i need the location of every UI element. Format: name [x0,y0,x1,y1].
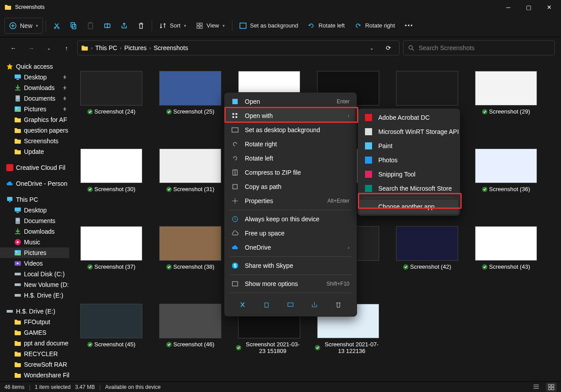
file-item[interactable]: Screenshot (24) [72,67,151,144]
view-button[interactable]: View▾ [192,18,229,34]
ctx-copy-button[interactable] [259,298,274,312]
copy-button[interactable] [66,18,82,34]
sidebar-item-this-pc[interactable]: This PC [0,194,69,205]
more-button[interactable]: ••• [400,18,418,34]
openwith-choose-another[interactable]: Choose another app [360,200,458,214]
ctx-show-more[interactable]: Show more optionsShift+F10 [226,277,355,291]
file-item[interactable]: Screenshot (46) [151,299,230,377]
sidebar-item-pictures[interactable]: Pictures [0,247,69,258]
ctx-delete-button[interactable] [331,298,345,312]
openwith-paint[interactable]: Paint [360,139,458,153]
openwith-winrt[interactable]: Microsoft WinRT Storage API [360,125,458,139]
ctx-onedrive[interactable]: OneDrive› [226,240,355,255]
ctx-open-with[interactable]: Open with› [226,109,355,123]
details-view-button[interactable] [531,383,541,392]
sidebar-item-documents[interactable]: Documents [0,216,69,226]
sidebar-item-wondershare-fil[interactable]: Wondershare Fil [0,370,69,380]
sidebar-item-downloads[interactable]: Downloads [0,226,69,237]
recent-button[interactable]: ⌄ [42,41,56,55]
sidebar-item-recycler[interactable]: RECYCLER [0,349,69,359]
sidebar-item-creative-cloud-fil[interactable]: Creative Cloud Fil [0,162,69,173]
breadcrumb-this-pc[interactable]: This PC [95,44,118,51]
ctx-keep-on-device[interactable]: Always keep on this device [226,212,355,226]
thumbnail-view-button[interactable] [546,383,557,392]
sync-icon [315,345,320,350]
sidebar-item-desktop[interactable]: Desktop [0,205,69,216]
sidebar-item-onedrive-person[interactable]: OneDrive - Person [0,178,69,189]
set-background-button[interactable]: Set as background [235,18,302,34]
ctx-share-skype[interactable]: SShare with Skype [226,259,355,273]
rename-button[interactable] [99,18,115,34]
ctx-rotate-left[interactable]: Rotate left [226,151,355,165]
sidebar-item-screwsoft-rar-f[interactable]: ScrewSoft RAR F [0,359,69,370]
ctx-rename-button[interactable] [283,298,298,312]
openwith-photos[interactable]: Photos [360,153,458,167]
delete-button[interactable] [133,18,149,34]
sidebar-item-update[interactable]: Update [0,146,69,157]
ctx-rotate-right[interactable]: Rotate right [226,137,355,151]
sidebar-item-new-volume-d-[interactable]: New Volume (D: [0,279,69,290]
rotate-right-button[interactable]: Rotate right [350,18,399,34]
maximize-button[interactable]: ▢ [518,0,539,14]
file-item[interactable]: Screenshot (29) [467,67,545,144]
address-bar[interactable]: › This PC › Pictures › Screenshots ⌄ ⟳ [77,40,400,55]
ctx-share-button[interactable] [307,298,322,312]
sync-icon [482,109,487,114]
file-item[interactable]: Screenshot (38) [151,222,230,299]
share-button[interactable] [116,18,132,34]
sidebar-item-question-papers[interactable]: question papers [0,125,69,136]
sidebar-item-ppt-and-docume[interactable]: ppt and docume [0,338,69,349]
svg-rect-54 [549,384,551,387]
openwith-snipping[interactable]: Snipping Tool [360,167,458,181]
sidebar-item-documents[interactable]: Documents [0,93,69,104]
close-button[interactable]: ✕ [539,0,559,14]
sidebar-item-videos[interactable]: Videos [0,258,69,269]
breadcrumb-pictures[interactable]: Pictures [124,44,147,51]
up-button[interactable]: ↑ [59,41,74,55]
sync-icon [403,264,408,270]
sidebar-item-graphics-for-af[interactable]: Graphics for AF [0,114,69,125]
sidebar-item-screenshots[interactable]: Screenshots [0,136,69,146]
breadcrumb-screenshots[interactable]: Screenshots [153,44,188,51]
ctx-compress-zip[interactable]: Compress to ZIP file [226,165,355,180]
file-item[interactable]: Screenshot (43) [467,222,545,299]
file-name: Screenshot (37) [94,263,136,270]
ctx-free-space[interactable]: Free up space [226,226,355,240]
search-box[interactable]: Search Screenshots [403,40,555,55]
sidebar-item-music[interactable]: Music [0,237,69,247]
sidebar-item-h-drive-e-[interactable]: H.$. Drive (E:) [0,306,69,317]
sidebar-item-desktop[interactable]: Desktop [0,72,69,82]
sidebar-item-local-disk-c-[interactable]: Local Disk (C:) [0,269,69,279]
sidebar-item-quick-access[interactable]: Quick access [0,61,69,72]
file-item[interactable]: Screenshot (37) [72,222,151,299]
copy-path-icon [231,183,239,190]
ctx-set-desktop-bg[interactable]: Set as desktop background [226,123,355,137]
refresh-button[interactable]: ⟳ [381,41,396,55]
file-item[interactable]: Screenshot (45) [72,299,151,377]
sidebar-item-downloads[interactable]: Downloads [0,82,69,93]
sidebar-item-games[interactable]: GAMES [0,327,69,338]
sidebar-item-h-drive-e-[interactable]: H.$. Drive (E:) [0,290,69,301]
ctx-cut-button[interactable] [235,298,250,312]
forward-button[interactable]: → [24,41,38,55]
back-button[interactable]: ← [6,41,20,55]
new-button[interactable]: New ▾ [4,18,43,34]
file-item[interactable]: Screenshot (42) [388,222,467,299]
ctx-properties[interactable]: PropertiesAlt+Enter [226,194,355,208]
file-item[interactable]: Screenshot (30) [72,144,151,222]
address-drop-button[interactable]: ⌄ [365,41,379,55]
file-item[interactable]: Screenshot (25) [151,67,230,144]
sidebar-item-ffoutput[interactable]: FFOutput [0,317,69,327]
cut-button[interactable] [49,18,65,34]
minimize-button[interactable]: ─ [498,0,518,14]
ctx-copy-path[interactable]: Copy as path [226,180,355,194]
ctx-open[interactable]: OpenEnter [226,94,355,109]
paste-button[interactable] [82,18,98,34]
file-item[interactable]: Screenshot (31) [151,144,230,222]
sort-button[interactable]: Sort▾ [155,18,191,34]
sidebar-item-pictures[interactable]: Pictures [0,104,69,114]
openwith-adobe[interactable]: Adobe Acrobat DC [360,110,458,125]
openwith-store[interactable]: Search the Microsoft Store [360,181,458,196]
rotate-left-button[interactable]: Rotate left [303,18,349,34]
file-item[interactable]: Screenshot (36) [467,144,545,222]
